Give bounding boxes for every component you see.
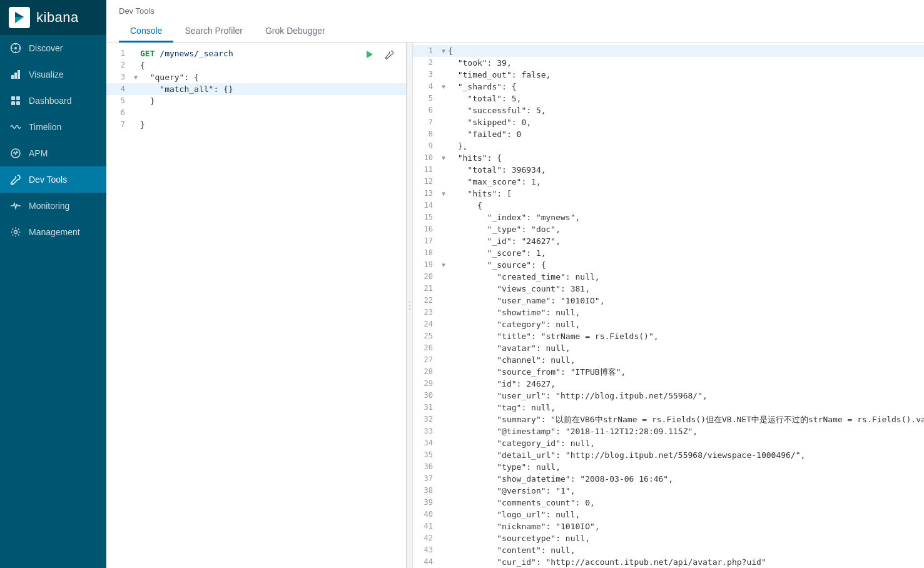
out-fold-indicator [439,520,448,532]
left-code-line-5: 5 } [106,95,406,107]
out-fold-indicator [439,283,448,295]
sidebar-item-discover[interactable]: Discover [0,35,106,61]
out-fold-indicator[interactable]: ▼ [439,259,448,271]
fold-indicator [131,83,140,95]
out-line-number: 15 [413,211,439,223]
out-line-number: 22 [413,295,439,307]
tabs: Console Search Profiler Grok Debugger [119,21,911,42]
sidebar-item-management[interactable]: Management [0,219,106,245]
out-fold-indicator [439,449,448,461]
out-content: "category_id": null, [448,437,924,449]
out-fold-indicator [439,485,448,497]
left-panel: 1GET /mynews/_search2{3▼ "query": {4 "ma… [106,43,407,568]
out-fold-indicator [439,164,448,176]
out-line-number: 42 [413,532,439,544]
svg-rect-11 [11,96,15,100]
out-line-number: 29 [413,378,439,390]
right-code-line-16: 16 "_type": "doc", [413,223,924,235]
out-fold-indicator [439,69,448,81]
out-fold-indicator [439,390,448,402]
out-content: "source_from": "ITPUB博客", [448,366,924,378]
run-button[interactable] [361,46,377,63]
right-code-line-40: 40 "logo_url": null, [413,509,924,520]
out-content: "timed_out": false, [448,69,924,81]
tab-console[interactable]: Console [119,21,173,43]
out-line-number: 40 [413,509,439,520]
settings-button[interactable] [381,46,397,63]
out-line-number: 14 [413,200,439,211]
out-line-number: 5 [413,93,439,104]
right-code-line-39: 39 "comments_count": 0, [413,497,924,509]
out-line-number: 11 [413,164,439,176]
out-content: "views_count": 381, [448,283,924,295]
out-fold-indicator[interactable]: ▼ [439,81,448,93]
code-editor[interactable]: 1GET /mynews/_search2{3▼ "query": {4 "ma… [106,43,406,568]
out-fold-indicator [439,473,448,485]
panel-divider[interactable]: ⋮ [407,43,413,568]
apm-icon [9,146,23,160]
right-code-line-37: 37 "show_datetime": "2008-03-06 16:46", [413,473,924,485]
left-toolbar [361,46,397,63]
out-content: { [448,45,924,57]
fold-indicator [131,119,140,131]
kibana-logo-text: kibana [36,9,79,26]
tab-search-profiler[interactable]: Search Profiler [173,21,254,43]
right-code-line-15: 15 "_index": "mynews", [413,211,924,223]
out-fold-indicator[interactable]: ▼ [439,45,448,57]
out-content: "took": 39, [448,57,924,69]
out-fold-indicator [439,354,448,366]
right-code-line-34: 34 "category_id": null, [413,437,924,449]
line-number: 3 [106,71,131,83]
sidebar-item-devtools[interactable]: Dev Tools [0,166,106,193]
code-content: } [140,119,406,131]
out-line-number: 31 [413,402,439,413]
out-line-number: 18 [413,247,439,259]
sidebar-item-apm-label: APM [29,148,48,158]
out-content: "logo_url": null, [448,509,924,520]
right-code-line-12: 12 "max_score": 1, [413,176,924,188]
sidebar-item-dashboard[interactable]: Dashboard [0,88,106,114]
out-content: "user_url": "http://blog.itpub.net/55968… [448,390,924,402]
svg-rect-9 [14,73,17,79]
out-line-number: 10 [413,152,439,164]
out-fold-indicator [439,532,448,544]
out-line-number: 20 [413,271,439,283]
sidebar-item-discover-label: Discover [29,43,63,53]
sidebar-item-visualize[interactable]: Visualize [0,61,106,88]
right-code-line-27: 27 "channel": null, [413,354,924,366]
out-content: "hits": { [448,152,924,164]
right-code-line-22: 22 "user_name": "1010IO", [413,295,924,307]
right-code-line-28: 28 "source_from": "ITPUB博客", [413,366,924,378]
out-content: "cur_id": "http://account.itpub.net/api/… [448,556,924,568]
out-line-number: 27 [413,354,439,366]
out-content: "detail_url": "http://blog.itpub.net/559… [448,449,924,461]
right-code-line-13: 13▼ "hits": [ [413,188,924,200]
right-panel[interactable]: 1▼{2 "took": 39,3 "timed_out": false,4▼ … [413,43,924,568]
out-fold-indicator [439,366,448,378]
right-code-line-43: 43 "content": null, [413,544,924,556]
out-content: "total": 396934, [448,164,924,176]
tab-grok-debugger[interactable]: Grok Debugger [254,21,337,43]
out-content: "id": 24627, [448,378,924,390]
right-code-line-19: 19▼ "_source": { [413,259,924,271]
right-code-line-14: 14 { [413,200,924,211]
out-fold-indicator [439,556,448,568]
out-line-number: 13 [413,188,439,200]
out-fold-indicator[interactable]: ▼ [439,188,448,200]
sidebar-item-monitoring[interactable]: Monitoring [0,193,106,219]
out-content: "_type": "doc", [448,223,924,235]
svg-rect-10 [18,70,20,79]
fold-indicator[interactable]: ▼ [131,71,140,83]
out-fold-indicator[interactable]: ▼ [439,152,448,164]
out-content: "comments_count": 0, [448,497,924,509]
code-content: "match_all": {} [140,83,406,95]
out-fold-indicator [439,307,448,318]
out-content: "_score": 1, [448,247,924,259]
sidebar-item-timelion[interactable]: Timelion [0,114,106,140]
out-content: "max_score": 1, [448,176,924,188]
out-fold-indicator [439,544,448,556]
sidebar: kibana Discover Visualize [0,0,106,568]
sidebar-item-apm[interactable]: APM [0,140,106,166]
out-fold-indicator [439,330,448,342]
out-fold-indicator [439,437,448,449]
